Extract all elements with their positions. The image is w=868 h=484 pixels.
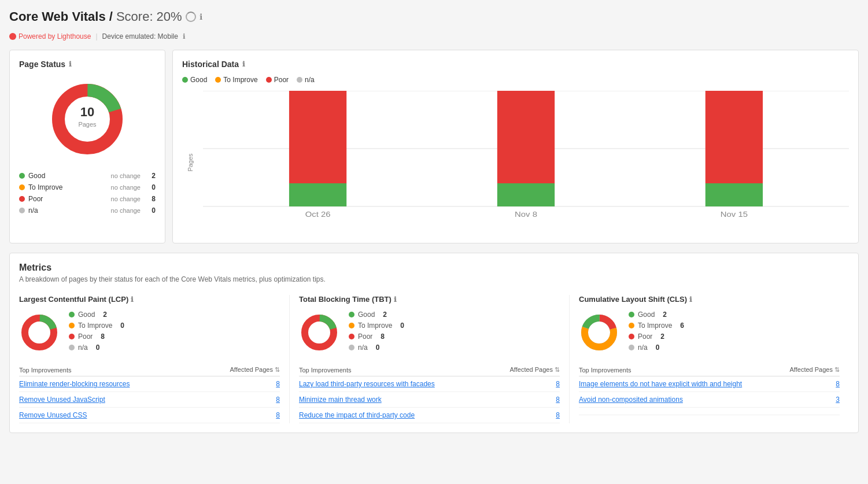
bar-chart: Pages 10 5 0 Oct 26 Nov 8 <box>182 91 849 234</box>
lighthouse-icon <box>9 33 16 40</box>
y-axis-label: Pages <box>187 153 194 171</box>
cls-improvements-table: Top Improvements Affected Pages ⇅ Image … <box>579 364 840 415</box>
legend-toimprove-item: To Improve <box>215 76 257 84</box>
lcp-filter-icon[interactable]: ⇅ <box>275 366 280 373</box>
donut-chart: 10 Pages <box>44 76 131 162</box>
cls-filter-icon[interactable]: ⇅ <box>834 366 840 373</box>
tbt-count-2[interactable]: 8 <box>490 392 560 408</box>
tbt-improvement-2[interactable]: Minimize main thread work <box>299 396 382 404</box>
table-row: Minimize main thread work 8 <box>299 392 560 408</box>
table-row: Reduce the impact of third-party code 8 <box>299 408 560 423</box>
cls-column: Cumulative Layout Shift (CLS) ℹ <box>570 295 849 423</box>
cls-improvement-2[interactable]: Avoid non-composited animations <box>579 396 683 404</box>
metrics-grid: Largest Contentful Paint (LCP) ℹ Good 2 <box>19 295 849 423</box>
score-label: Score: 20% <box>116 9 182 24</box>
cls-count-2[interactable]: 3 <box>778 392 840 408</box>
legend-poor-item: Poor <box>266 76 289 84</box>
cls-improvement-1[interactable]: Image elements do not have explicit widt… <box>579 380 742 388</box>
tbt-top: Good 2 To Improve 0 Poor 8 <box>299 311 560 354</box>
svg-rect-14 <box>497 183 555 206</box>
legend-good-dot <box>182 77 188 83</box>
svg-rect-15 <box>497 91 555 183</box>
tbt-affected-header: Affected Pages ⇅ <box>490 364 560 376</box>
loading-spinner <box>186 12 196 22</box>
lcp-top: Good 2 To Improve 0 Poor 8 <box>19 311 280 354</box>
tbt-info-icon[interactable]: ℹ <box>394 295 397 304</box>
lcp-improvement-2[interactable]: Remove Unused JavaScript <box>19 396 105 404</box>
cls-affected-header: Affected Pages ⇅ <box>778 364 840 376</box>
tbt-filter-icon[interactable]: ⇅ <box>555 366 560 373</box>
cls-info-icon[interactable]: ℹ <box>689 295 692 304</box>
page-title: Core Web Vitals / Score: 20% ℹ <box>9 9 202 24</box>
tbt-improvement-3[interactable]: Reduce the impact of third-party code <box>299 411 415 419</box>
lcp-info-icon[interactable]: ℹ <box>131 295 134 304</box>
na-dot <box>19 208 25 213</box>
title-core-web-vitals: Core Web Vitals / <box>9 9 113 24</box>
historical-info-icon[interactable]: ℹ <box>242 60 245 68</box>
good-dot <box>19 173 25 179</box>
lcp-count-2[interactable]: 8 <box>199 392 280 408</box>
tbt-donut <box>299 312 339 353</box>
page-status-title: Page Status ℹ <box>19 60 156 69</box>
lighthouse-label: Powered by Lighthouse <box>9 32 91 40</box>
legend-na-item: n/a <box>297 76 315 84</box>
svg-point-0 <box>9 33 16 40</box>
tbt-count-1[interactable]: 8 <box>490 376 560 392</box>
page-status-card: Page Status ℹ 10 Pages Good no change <box>9 50 165 243</box>
legend-na: n/a no change 0 <box>19 206 156 215</box>
cls-donut <box>579 312 619 353</box>
lcp-improvements-header: Top Improvements <box>19 364 199 376</box>
table-row: Remove Unused CSS 8 <box>19 408 280 423</box>
lcp-improvements-table: Top Improvements Affected Pages ⇅ Elimin… <box>19 364 280 423</box>
tbt-title: Total Blocking Time (TBT) ℹ <box>299 295 560 304</box>
svg-text:Nov 8: Nov 8 <box>515 210 537 218</box>
svg-rect-18 <box>706 91 763 183</box>
metrics-title: Metrics <box>19 263 849 273</box>
tbt-improvement-1[interactable]: Lazy load third-party resources with fac… <box>299 380 435 388</box>
lcp-improvement-1[interactable]: Eliminate render-blocking resources <box>19 380 130 388</box>
cls-title: Cumulative Layout Shift (CLS) ℹ <box>579 295 840 304</box>
device-info-icon[interactable]: ℹ <box>183 32 186 40</box>
tbt-improvements-table: Top Improvements Affected Pages ⇅ Lazy l… <box>299 364 560 423</box>
poor-dot <box>19 196 25 202</box>
table-row: Lazy load third-party resources with fac… <box>299 376 560 392</box>
legend-good-item: Good <box>182 76 207 84</box>
lcp-improvement-3[interactable]: Remove Unused CSS <box>19 411 87 419</box>
table-row <box>579 408 840 415</box>
to-improve-dot <box>19 184 25 190</box>
chart-legend: Good To Improve Poor n/a <box>182 76 849 84</box>
top-row: Page Status ℹ 10 Pages Good no change <box>9 50 859 243</box>
lcp-count-1[interactable]: 8 <box>199 376 280 392</box>
cls-top: Good 2 To Improve 6 Poor 2 <box>579 311 840 354</box>
cls-legend: Good 2 To Improve 6 Poor 2 <box>629 311 684 354</box>
svg-text:Pages: Pages <box>78 121 97 128</box>
legend-good: Good no change 2 <box>19 172 156 180</box>
metrics-subtitle: A breakdown of pages by their status for… <box>19 275 849 283</box>
tbt-count-3[interactable]: 8 <box>490 408 560 423</box>
historical-title: Historical Data ℹ <box>182 60 849 69</box>
page-status-legend: Good no change 2 To Improve no change 0 … <box>19 172 156 215</box>
bar-chart-svg: 10 5 0 Oct 26 Nov 8 Nov 15 <box>203 91 849 218</box>
header-info-icon[interactable]: ℹ <box>200 12 202 21</box>
lcp-count-3[interactable]: 8 <box>199 408 280 423</box>
table-row: Avoid non-composited animations 3 <box>579 392 840 408</box>
lcp-title: Largest Contentful Paint (LCP) ℹ <box>19 295 280 304</box>
legend-na-dot <box>297 77 302 83</box>
legend-poor: Poor no change 8 <box>19 195 156 203</box>
lcp-affected-header: Affected Pages ⇅ <box>199 364 280 376</box>
lcp-column: Largest Contentful Paint (LCP) ℹ Good 2 <box>19 295 290 423</box>
legend-toimprove-dot <box>215 77 221 83</box>
svg-rect-12 <box>289 91 346 183</box>
page-status-info-icon[interactable]: ℹ <box>69 60 72 68</box>
table-row: Remove Unused JavaScript 8 <box>19 392 280 408</box>
legend-poor-dot <box>266 77 272 83</box>
svg-rect-17 <box>706 183 763 206</box>
tbt-legend: Good 2 To Improve 0 Poor 8 <box>349 311 404 354</box>
svg-rect-11 <box>289 183 346 206</box>
svg-text:Nov 15: Nov 15 <box>721 210 748 218</box>
donut-chart-container: 10 Pages <box>19 76 156 162</box>
cls-improvements-header: Top Improvements <box>579 364 778 376</box>
cls-count-1[interactable]: 8 <box>778 376 840 392</box>
table-row: Image elements do not have explicit widt… <box>579 376 840 392</box>
svg-text:10: 10 <box>80 105 94 119</box>
